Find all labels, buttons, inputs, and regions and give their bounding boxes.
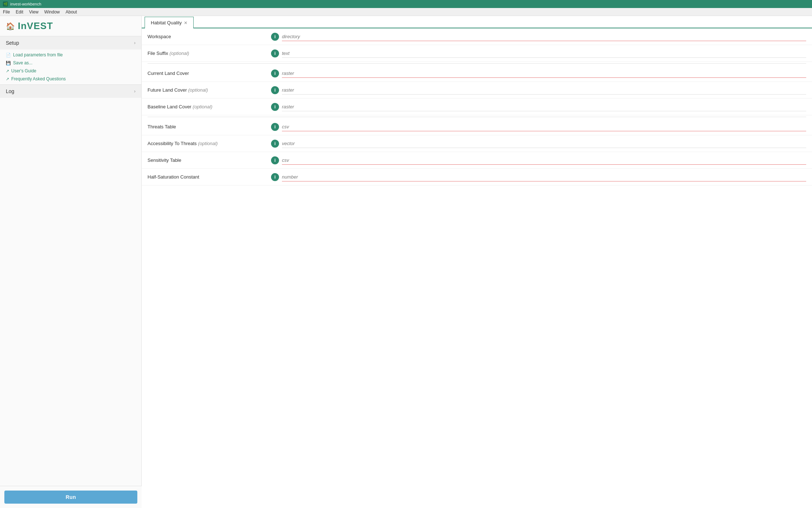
tab-habitat-quality[interactable]: Habitat Quality ✕	[145, 17, 194, 28]
setup-links: 📄 Load parameters from file 💾 Save as...…	[0, 49, 141, 84]
threats-table-controls: i	[271, 123, 806, 131]
workspace-label: Workspace	[148, 34, 271, 39]
current-land-cover-info-button[interactable]: i	[271, 69, 279, 77]
accessibility-info-button[interactable]: i	[271, 140, 279, 148]
save-as-label: Save as...	[13, 60, 32, 65]
log-chevron: ›	[134, 89, 136, 94]
workspace-info-button[interactable]: i	[271, 33, 279, 41]
baseline-land-cover-controls: i	[271, 103, 806, 111]
save-as-icon: 💾	[6, 61, 11, 65]
field-row-current-land-cover: Current Land Cover i	[142, 65, 812, 82]
current-land-cover-input[interactable]	[282, 69, 806, 78]
faq-label: Frequently Asked Questions	[11, 76, 66, 81]
setup-header[interactable]: Setup ›	[0, 36, 141, 49]
app-title: invest-workbench	[10, 2, 41, 6]
file-suffix-input[interactable]	[282, 49, 806, 58]
baseline-land-cover-label: Baseline Land Cover (optional)	[148, 104, 271, 109]
log-label: Log	[6, 88, 14, 94]
tab-habitat-quality-label: Habitat Quality	[151, 20, 182, 25]
field-row-half-saturation: Half-Saturation Constant i	[142, 169, 812, 185]
users-guide-label: User's Guide	[11, 68, 36, 73]
field-row-future-land-cover: Future Land Cover (optional) i	[142, 82, 812, 99]
menu-window[interactable]: Window	[44, 9, 60, 15]
field-row-threats-table: Threats Table i	[142, 119, 812, 135]
sidebar-logo: 🏠 InVEST	[0, 16, 141, 36]
workspace-input[interactable]	[282, 32, 806, 41]
form-area: Workspace i File Suffix (optional) i	[142, 28, 812, 508]
current-land-cover-controls: i	[271, 69, 806, 78]
log-header[interactable]: Log ›	[0, 85, 141, 98]
run-button-container: Run	[0, 486, 142, 508]
current-land-cover-label: Current Land Cover	[148, 71, 271, 76]
load-params-link[interactable]: 📄 Load parameters from file	[6, 52, 136, 57]
faq-icon: ↗	[6, 77, 9, 81]
sidebar: 🏠 InVEST Setup › 📄 Load parameters from …	[0, 16, 142, 508]
field-row-file-suffix: File Suffix (optional) i	[142, 45, 812, 62]
menu-edit[interactable]: Edit	[16, 9, 23, 15]
users-guide-icon: ↗	[6, 69, 9, 73]
sidebar-section-log: Log ›	[0, 84, 141, 98]
menubar: File Edit View Window About	[0, 8, 812, 16]
menu-about[interactable]: About	[66, 9, 77, 15]
future-land-cover-input[interactable]	[282, 86, 806, 95]
menu-view[interactable]: View	[29, 9, 39, 15]
users-guide-link[interactable]: ↗ User's Guide	[6, 68, 136, 73]
menu-file[interactable]: File	[3, 9, 10, 15]
load-params-label: Load parameters from file	[13, 52, 63, 57]
threats-table-label: Threats Table	[148, 124, 271, 129]
sensitivity-table-label: Sensitivity Table	[148, 157, 271, 163]
half-saturation-controls: i	[271, 173, 806, 181]
sensitivity-table-controls: i	[271, 156, 806, 165]
field-row-sensitivity-table: Sensitivity Table i	[142, 152, 812, 169]
setup-label: Setup	[6, 40, 19, 46]
sensitivity-table-input[interactable]	[282, 156, 806, 165]
future-land-cover-controls: i	[271, 86, 806, 95]
file-suffix-controls: i	[271, 49, 806, 58]
setup-chevron: ›	[134, 40, 136, 45]
accessibility-label: Accessibility To Threats (optional)	[148, 141, 271, 146]
main-layout: 🏠 InVEST Setup › 📄 Load parameters from …	[0, 16, 812, 508]
baseline-land-cover-input[interactable]	[282, 103, 806, 111]
content-area: Habitat Quality ✕ Workspace i File Suffi…	[142, 16, 812, 508]
half-saturation-info-button[interactable]: i	[271, 173, 279, 181]
file-suffix-info-button[interactable]: i	[271, 49, 279, 57]
sidebar-section-setup: Setup › 📄 Load parameters from file 💾 Sa…	[0, 36, 141, 84]
run-button[interactable]: Run	[4, 491, 137, 504]
accessibility-controls: i	[271, 139, 806, 148]
divider-1	[148, 63, 806, 64]
half-saturation-label: Half-Saturation Constant	[148, 174, 271, 180]
brand-name: InVEST	[18, 20, 53, 32]
future-land-cover-label: Future Land Cover (optional)	[148, 87, 271, 93]
field-row-baseline-land-cover: Baseline Land Cover (optional) i	[142, 99, 812, 115]
save-as-link[interactable]: 💾 Save as...	[6, 60, 136, 65]
workspace-controls: i	[271, 32, 806, 41]
tab-bar: Habitat Quality ✕	[142, 16, 812, 28]
future-land-cover-info-button[interactable]: i	[271, 86, 279, 94]
app-icon: 🌿	[3, 1, 8, 7]
titlebar: 🌿 invest-workbench	[0, 0, 812, 8]
half-saturation-input[interactable]	[282, 173, 806, 181]
threats-table-info-button[interactable]: i	[271, 123, 279, 131]
sensitivity-table-info-button[interactable]: i	[271, 156, 279, 164]
accessibility-input[interactable]	[282, 139, 806, 148]
tab-close-icon[interactable]: ✕	[184, 21, 187, 25]
file-suffix-label: File Suffix (optional)	[148, 51, 271, 56]
field-row-accessibility: Accessibility To Threats (optional) i	[142, 135, 812, 152]
baseline-land-cover-info-button[interactable]: i	[271, 103, 279, 111]
faq-link[interactable]: ↗ Frequently Asked Questions	[6, 76, 136, 81]
load-params-icon: 📄	[6, 53, 11, 57]
threats-table-input[interactable]	[282, 123, 806, 131]
home-icon: 🏠	[6, 22, 15, 31]
field-row-workspace: Workspace i	[142, 28, 812, 45]
divider-2	[148, 117, 806, 117]
